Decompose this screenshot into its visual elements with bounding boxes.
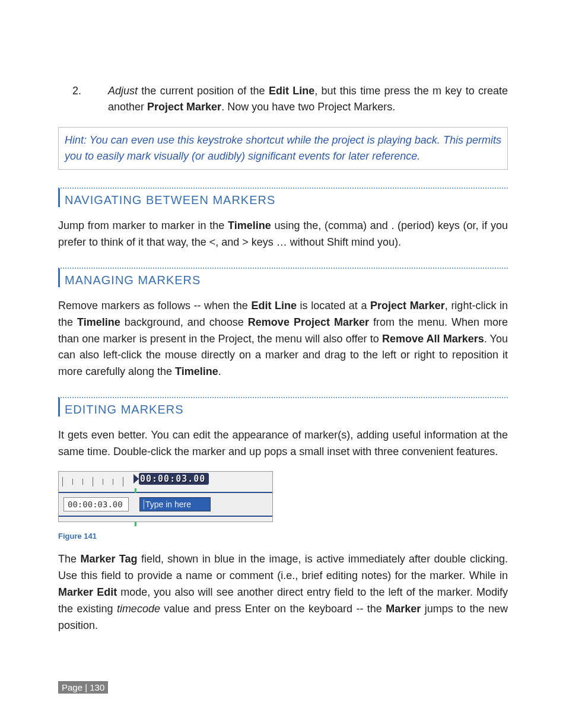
hint-box: Hint: You can even use this keystroke sh…: [58, 127, 508, 170]
playhead-timecode: 00:00:03.00: [139, 473, 209, 485]
marker-tag-input[interactable]: Type in here: [139, 497, 211, 511]
playhead-caret-icon: [133, 474, 139, 484]
section-heading-editing: EDITING MARKERS: [58, 397, 508, 417]
figure-bottom-strip: [59, 517, 272, 522]
ruler-ticks: [59, 472, 138, 492]
page-footer: Page | 130: [58, 681, 108, 694]
page: 2. Adjust the current position of the Ed…: [0, 0, 566, 728]
section-heading-managing: MANAGING MARKERS: [58, 268, 508, 287]
section-heading-navigating: NAVIGATING BETWEEN MARKERS: [58, 187, 508, 207]
playhead-timecode-pill: 00:00:03.00: [133, 473, 209, 485]
timeline-ruler: 00:00:03.00: [59, 472, 272, 492]
paragraph-edit-1: It gets even better. You can edit the ap…: [58, 427, 508, 460]
marker-edit-row: 00:00:03.00 Type in here: [59, 492, 272, 517]
timecode-input-value: 00:00:03.00: [68, 500, 123, 509]
marker-handle-icon: [135, 522, 136, 526]
paragraph-edit-2: The Marker Tag field, shown in blue in t…: [58, 551, 508, 634]
marker-tag-placeholder: Type in here: [145, 500, 191, 509]
marker-edit-figure: 00:00:03.00 00:00:03.00 Type in here: [58, 471, 273, 522]
figure-label: Figure 141: [58, 532, 508, 541]
heading-text: MANAGING MARKERS: [65, 274, 201, 287]
marker-handle-icon: [135, 488, 136, 493]
paragraph-nav: Jump from marker to marker in the Timeli…: [58, 218, 508, 251]
list-number: 2.: [58, 83, 108, 115]
heading-text: EDITING MARKERS: [65, 403, 184, 416]
paragraph-manage: Remove markers as follows -- when the Ed…: [58, 298, 508, 380]
timecode-input[interactable]: 00:00:03.00: [63, 497, 129, 511]
ordered-list-item-2: 2. Adjust the current position of the Ed…: [58, 83, 508, 115]
text-cursor-icon: [144, 500, 144, 509]
hint-text: Hint: You can even use this keystroke sh…: [65, 134, 501, 162]
list-content: Adjust the current position of the Edit …: [108, 83, 508, 115]
heading-text: NAVIGATING BETWEEN MARKERS: [65, 193, 275, 206]
